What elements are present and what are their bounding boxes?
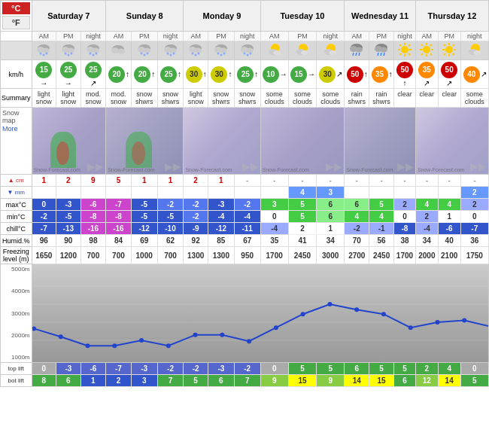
summary-3-0: some clouds bbox=[260, 89, 288, 108]
wind-badge: 50 bbox=[441, 62, 457, 78]
svg-point-117 bbox=[327, 302, 332, 306]
bot-lift-5-2: 5 bbox=[460, 375, 488, 387]
wind-badge: 25 bbox=[85, 62, 102, 78]
chill-0-0: -7 bbox=[32, 223, 56, 235]
map-nav-icon: ▶▶ bbox=[242, 160, 259, 172]
bot-lift-3-1: 15 bbox=[288, 375, 316, 387]
wind-arrow-2-0: ↑ bbox=[203, 70, 207, 78]
weather-widget: °C °F Saturday 7 Sunday 8 Monday 9 Tuesd… bbox=[0, 0, 489, 387]
snow-map-1: Snow-Forecast.com ▶▶ bbox=[106, 108, 184, 175]
summary-5-1: clear bbox=[438, 89, 460, 108]
min-1-1: -5 bbox=[131, 211, 157, 223]
humid-2-2: 67 bbox=[234, 235, 260, 247]
bot-lift-2-1: 6 bbox=[208, 375, 234, 387]
freeze-4-0: 2700 bbox=[345, 247, 369, 264]
bot-lift-4-1: 15 bbox=[369, 375, 394, 387]
svg-point-14 bbox=[92, 48, 99, 53]
max-0-1: -3 bbox=[56, 199, 81, 211]
bot-lift-4-2: 6 bbox=[394, 375, 416, 387]
humid-5-0: 34 bbox=[415, 235, 438, 247]
period-4-2: night bbox=[394, 32, 416, 41]
summary-2-0: light snow bbox=[184, 89, 208, 108]
wind-badge: 20 bbox=[134, 66, 150, 83]
svg-line-89 bbox=[421, 53, 423, 55]
svg-point-110 bbox=[139, 338, 144, 343]
more-link[interactable]: More bbox=[2, 125, 18, 133]
wx-icon-5-2 bbox=[460, 41, 488, 60]
chill-4-0: -2 bbox=[345, 223, 369, 235]
period-3-2: night bbox=[317, 32, 345, 41]
humid-3-2: 34 bbox=[317, 235, 345, 247]
forecast-table: °C °F Saturday 7 Sunday 8 Monday 9 Tuesd… bbox=[0, 0, 489, 387]
snow-cm-0-2: 9 bbox=[80, 175, 106, 187]
chart-2000m-label: 2000m bbox=[2, 332, 30, 339]
chill-2-1: -12 bbox=[208, 223, 234, 235]
min-4-2: 0 bbox=[394, 211, 416, 223]
top-lift-0-0: 0 bbox=[32, 363, 56, 375]
max-3-2: 6 bbox=[317, 199, 345, 211]
svg-point-15 bbox=[89, 53, 91, 55]
wx-icon-0-2 bbox=[80, 41, 106, 60]
snow-mm-5-2: 2 bbox=[460, 187, 488, 199]
snow-mm-3-2: 3 bbox=[317, 187, 345, 199]
humid-0-2: 98 bbox=[80, 235, 106, 247]
wind-cell-0-1: 25→ bbox=[56, 60, 81, 89]
top-lift-2-2: -2 bbox=[234, 363, 260, 375]
top-lift-4-2: 5 bbox=[394, 363, 416, 375]
snow-cm-2-0: 2 bbox=[184, 175, 208, 187]
humid-4-0: 70 bbox=[345, 235, 369, 247]
humid-1-1: 69 bbox=[131, 235, 157, 247]
min-4-1: 4 bbox=[369, 211, 394, 223]
unit-f-button[interactable]: °F bbox=[2, 16, 30, 29]
chill-1-0: -16 bbox=[106, 223, 132, 235]
svg-line-96 bbox=[453, 53, 454, 55]
svg-point-11 bbox=[70, 53, 72, 55]
period-2-2: night bbox=[234, 32, 260, 41]
svg-line-65 bbox=[359, 53, 360, 56]
snow-cm-1-1: 1 bbox=[131, 175, 157, 187]
unit-c-button[interactable]: °C bbox=[2, 2, 30, 14]
snow-mm-4-0 bbox=[345, 187, 369, 199]
wx-icon-5-0 bbox=[415, 41, 438, 60]
unit-selector: °C °F bbox=[1, 1, 32, 32]
min-2-0: -2 bbox=[184, 211, 208, 223]
svg-point-68 bbox=[380, 47, 387, 53]
summary-3-2: some clouds bbox=[317, 89, 345, 108]
svg-point-42 bbox=[217, 53, 219, 55]
chart-row: 5000m 4000m 3000m 2000m 1000m bbox=[1, 264, 489, 363]
max-1-0: -7 bbox=[106, 199, 132, 211]
snow-cm-3-1: - bbox=[288, 175, 316, 187]
freeze-1-0: 700 bbox=[106, 247, 132, 264]
min-1-0: -8 bbox=[106, 211, 132, 223]
top-lift-0-2: -6 bbox=[80, 363, 106, 375]
bot-lift-row: bot lift86123756791591415612145 bbox=[1, 375, 489, 387]
snow-cm-2-1: 1 bbox=[208, 175, 234, 187]
wx-icon-3-1 bbox=[288, 41, 316, 60]
snow-mm-2-1 bbox=[208, 187, 234, 199]
svg-point-122 bbox=[462, 318, 466, 323]
svg-point-44 bbox=[223, 53, 225, 55]
chill-3-0: -4 bbox=[260, 223, 288, 235]
day-5-header: Thursday 12 bbox=[415, 1, 488, 32]
svg-line-70 bbox=[381, 53, 381, 56]
top-lift-2-1: -3 bbox=[208, 363, 234, 375]
wx-icon-4-2 bbox=[394, 41, 416, 60]
wind-cell-4-2: 50↑ bbox=[394, 60, 416, 89]
summary-0-0: light snow bbox=[32, 89, 56, 108]
min-3-2: 6 bbox=[317, 211, 345, 223]
svg-point-49 bbox=[246, 54, 248, 56]
snow-cm-3-0: - bbox=[260, 175, 288, 187]
wind-arrow-1-1: ↑ bbox=[151, 70, 155, 78]
day-header-row: °C °F Saturday 7 Sunday 8 Monday 9 Tuesd… bbox=[1, 1, 489, 32]
svg-point-62 bbox=[355, 47, 363, 53]
wx-icon-2-2 bbox=[234, 41, 260, 60]
min-5-1: 1 bbox=[438, 211, 460, 223]
snow-mm-2-2 bbox=[234, 187, 260, 199]
freeze-label: Freezing level (m) bbox=[1, 247, 32, 264]
snow-cm-0-0: 1 bbox=[32, 175, 56, 187]
chart-1000m-label: 1000m bbox=[2, 354, 30, 361]
wind-cell-5-0: 35↗ bbox=[415, 60, 438, 89]
map-nav-icon: ▶▶ bbox=[470, 160, 487, 172]
svg-point-37 bbox=[195, 54, 197, 56]
freeze-row: Freezing level (m)1650120070070010007001… bbox=[1, 247, 489, 264]
